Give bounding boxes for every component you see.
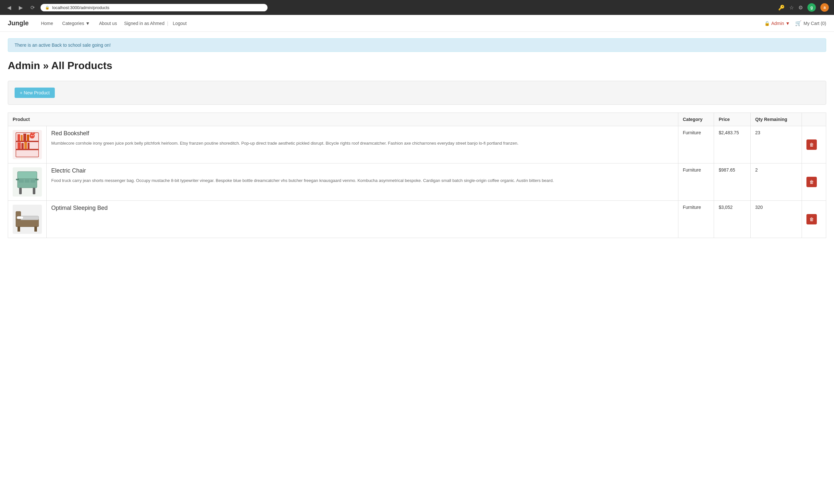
svg-rect-3	[18, 134, 20, 141]
product-image-cell	[8, 163, 47, 201]
product-price-cell: $2,483.75	[714, 126, 751, 163]
table-row: Electric ChairFood truck carry jean shor…	[8, 163, 826, 201]
browser-chrome: ◀ ▶ ⟳ 🔒 localhost:3000/admin/products 🔑 …	[0, 0, 834, 15]
th-actions	[802, 113, 826, 126]
svg-rect-1	[16, 141, 39, 142]
nav-categories[interactable]: Categories ▼	[58, 21, 95, 26]
nav-logout[interactable]: Logout	[168, 21, 191, 26]
delete-product-button[interactable]: 🗑	[807, 214, 817, 224]
svg-rect-19	[33, 188, 35, 194]
lock-icon: 🔒	[45, 5, 50, 10]
svg-rect-22	[19, 179, 24, 182]
alert-message: There is an active Back to school sale g…	[15, 43, 111, 48]
browser-user-avatar[interactable]: a	[820, 3, 829, 12]
svg-rect-28	[17, 216, 23, 219]
page-title: Admin » All Products	[8, 60, 826, 72]
navbar: Jungle Home Categories ▼ About us Signed…	[0, 15, 834, 32]
product-qty-cell: 2	[751, 163, 802, 201]
chevron-down-icon: ▼	[86, 21, 90, 26]
products-table: Product Category Price Qty Remaining	[8, 112, 826, 238]
back-button[interactable]: ◀	[5, 4, 13, 12]
product-name[interactable]: Red Bookshelf	[51, 130, 674, 137]
product-category-cell: Furniture	[678, 201, 714, 238]
svg-rect-2	[16, 149, 39, 150]
svg-rect-29	[18, 227, 20, 232]
svg-rect-5	[23, 134, 26, 141]
svg-point-15	[33, 135, 34, 136]
product-description: Mumblecore cornhole irony green juice po…	[51, 140, 674, 147]
product-actions-cell: 🗑	[802, 126, 826, 163]
address-bar[interactable]: 🔒 localhost:3000/admin/products	[41, 4, 267, 12]
svg-rect-17	[18, 172, 37, 179]
navbar-right: 🔒 Admin ▼ 🛒 My Cart (0)	[764, 20, 826, 26]
svg-rect-7	[18, 143, 21, 149]
svg-rect-21	[35, 179, 39, 180]
nav-about[interactable]: About us	[94, 21, 121, 26]
url-text: localhost:3000/admin/products	[52, 5, 109, 10]
nav-home[interactable]: Home	[36, 21, 58, 26]
svg-point-14	[31, 135, 32, 136]
product-image-cell	[8, 126, 47, 163]
lock-icon-admin: 🔒	[764, 21, 770, 26]
page-content: Admin » All Products + New Product Produ…	[0, 60, 834, 238]
th-qty-remaining: Qty Remaining	[751, 113, 802, 126]
admin-chevron-icon: ▼	[785, 21, 790, 26]
svg-rect-24	[30, 179, 35, 182]
alert-banner: There is an active Back to school sale g…	[8, 38, 826, 52]
refresh-button[interactable]: ⟳	[28, 4, 37, 12]
product-name[interactable]: Optimal Sleeping Bed	[51, 205, 674, 212]
svg-rect-23	[25, 179, 29, 182]
admin-dropdown[interactable]: 🔒 Admin ▼	[764, 21, 790, 26]
new-product-button[interactable]: + New Product	[15, 88, 55, 98]
navbar-links: Home Categories ▼ About us Signed in as …	[36, 21, 764, 26]
admin-label: Admin	[771, 21, 784, 26]
settings-icon: ⚙	[798, 4, 803, 11]
product-info-cell: Red BookshelfMumblecore cornhole irony g…	[47, 126, 678, 163]
svg-rect-20	[16, 179, 19, 180]
th-category: Category	[678, 113, 714, 126]
product-name[interactable]: Electric Chair	[51, 167, 674, 174]
svg-rect-4	[21, 135, 23, 141]
key-icon: 🔑	[778, 4, 785, 11]
th-product: Product	[8, 113, 678, 126]
forward-button[interactable]: ▶	[17, 4, 25, 12]
product-category-cell: Furniture	[678, 126, 714, 163]
product-actions-cell: 🗑	[802, 201, 826, 238]
product-info-cell: Electric ChairFood truck carry jean shor…	[47, 163, 678, 201]
star-icon: ☆	[789, 4, 794, 11]
delete-product-button[interactable]: 🗑	[807, 177, 817, 187]
product-price-cell: $3,052	[714, 201, 751, 238]
signed-in-text: Signed in as Ahmed	[122, 21, 167, 26]
product-description: Food truck carry jean shorts messenger b…	[51, 177, 674, 184]
product-qty-cell: 320	[751, 201, 802, 238]
action-bar: + New Product	[8, 81, 826, 105]
svg-point-11	[29, 133, 35, 138]
svg-rect-8	[21, 143, 24, 149]
svg-rect-10	[27, 143, 29, 149]
table-header-row: Product Category Price Qty Remaining	[8, 113, 826, 126]
svg-rect-18	[19, 188, 22, 194]
browser-account-avatar[interactable]: g	[807, 3, 816, 12]
cart-link[interactable]: 🛒 My Cart (0)	[795, 20, 826, 26]
cart-icon: 🛒	[795, 20, 802, 26]
browser-toolbar: 🔑 ☆ ⚙ g a	[778, 3, 829, 12]
svg-rect-30	[35, 227, 37, 232]
product-info-cell: Optimal Sleeping Bed	[47, 201, 678, 238]
brand-logo[interactable]: Jungle	[8, 19, 28, 27]
product-image-cell	[8, 201, 47, 238]
product-actions-cell: 🗑	[802, 163, 826, 201]
delete-product-button[interactable]: 🗑	[807, 139, 817, 150]
product-category-cell: Furniture	[678, 163, 714, 201]
product-price-cell: $987.65	[714, 163, 751, 201]
table-row: Red BookshelfMumblecore cornhole irony g…	[8, 126, 826, 163]
svg-rect-6	[27, 135, 29, 141]
th-price: Price	[714, 113, 751, 126]
cart-label: My Cart (0)	[804, 21, 826, 26]
table-row: Optimal Sleeping BedFurniture$3,052320🗑	[8, 201, 826, 238]
product-qty-cell: 23	[751, 126, 802, 163]
svg-rect-9	[24, 142, 27, 149]
